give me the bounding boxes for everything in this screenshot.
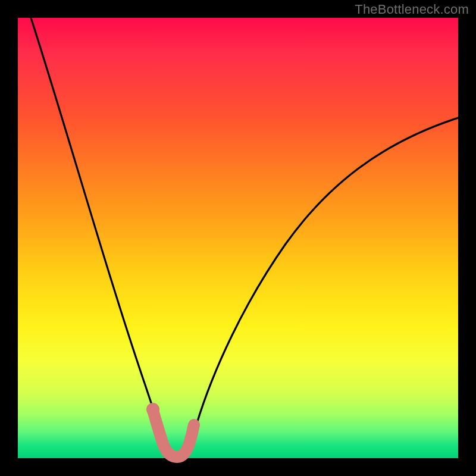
chart-frame: TheBottleneck.com bbox=[0, 0, 476, 476]
highlight-marker-path bbox=[153, 411, 194, 457]
bottleneck-curve bbox=[18, 18, 458, 458]
chart-plot-area bbox=[18, 18, 458, 458]
watermark-text: TheBottleneck.com bbox=[355, 2, 469, 17]
curve-path bbox=[31, 18, 458, 456]
highlight-marker-dot bbox=[146, 403, 159, 416]
